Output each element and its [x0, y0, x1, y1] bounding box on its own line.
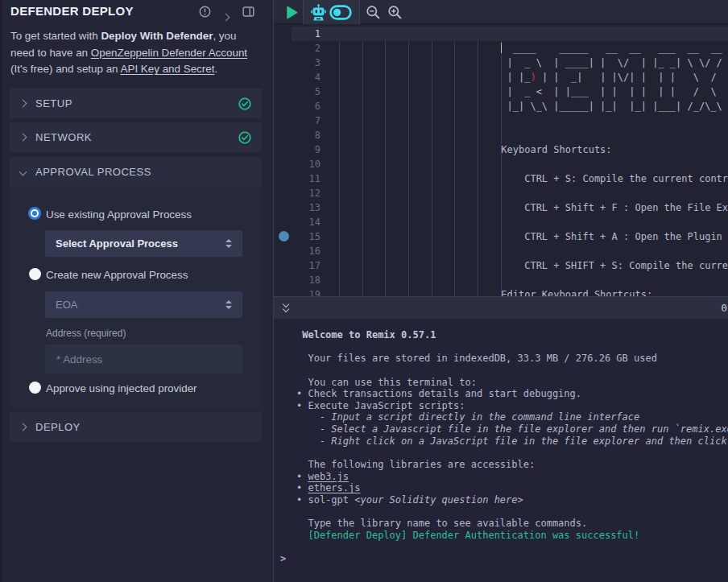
section-approval-process[interactable]: APPROVAL PROCESS — [10, 157, 262, 187]
editor-line-11: CTRL + S: Compile the current contract — [338, 171, 728, 186]
text-segment: Editor Keyboard Shortcuts: — [501, 289, 652, 296]
ethersjs-link[interactable]: ethers.js — [308, 482, 360, 493]
text-segment: CTRL + Shift + F : Open the File Explore… — [524, 202, 728, 213]
text-cursor — [501, 43, 503, 53]
openzeppelin-account-link[interactable]: OpenZeppelin Defender Account — [91, 47, 247, 59]
section-setup[interactable]: SETUP — [10, 89, 262, 118]
collapse-terminal-icon[interactable] — [282, 302, 293, 315]
zoom-out-icon[interactable] — [366, 0, 381, 24]
text-segment: Welcome to Remix 0.57.1 — [296, 329, 436, 341]
chevron-down-icon — [19, 168, 27, 176]
line-number: 14 — [274, 215, 321, 229]
indentation — [338, 43, 501, 54]
remix-ai-robot-icon[interactable] — [311, 0, 326, 24]
select-arrows-icon — [225, 300, 232, 309]
indentation — [338, 173, 524, 184]
indentation — [338, 202, 524, 213]
line-number: 10 — [274, 157, 321, 171]
editor-line-17: CTRL + SHIFT + S: Compile the current co… — [338, 258, 728, 273]
line-number: 9 — [274, 142, 321, 157]
section-approval-label: APPROVAL PROCESS — [35, 166, 151, 178]
terminal-line: - Right click on a JavaScript file in th… — [296, 435, 728, 448]
report-issue-icon[interactable] — [199, 6, 211, 21]
terminal-line: - Select a Javascript file in the file e… — [296, 423, 728, 435]
approval-type-select[interactable]: EOA — [45, 291, 242, 318]
indentation — [338, 57, 501, 68]
line-number: 11 — [274, 171, 321, 186]
indentation — [338, 231, 524, 242]
collapse-panel-icon[interactable] — [223, 9, 229, 23]
terminal-line: Your files are stored in indexedDB, 33.3… — [296, 353, 728, 365]
terminal-line — [296, 341, 728, 353]
editor-line-19: Editor Keyboard Shortcuts: — [338, 287, 728, 296]
terminal-line: You can use this terminal to: — [296, 377, 728, 389]
api-key-link[interactable]: API Key and Secret — [121, 63, 215, 75]
text-segment: . — [214, 63, 217, 75]
editor-line-6: |_| \_\ |_____| |_| |_| |___| /_/\_\ — [338, 99, 728, 114]
split-view-icon[interactable] — [242, 6, 254, 21]
terminal-listen-count[interactable]: 0 — [721, 302, 727, 314]
chevron-right-icon — [19, 423, 27, 431]
approval-type-select-value: EOA — [56, 299, 77, 311]
text-segment: | |_ — [501, 72, 530, 83]
section-network-label: NETWORK — [35, 131, 92, 143]
line-number: 18 — [274, 273, 321, 287]
toggle-icon[interactable] — [329, 0, 352, 24]
text-segment: |_| \_\ |_____| |_| |_| |___| /_/\_\ — [501, 101, 722, 112]
indentation — [338, 86, 501, 97]
editor-line-9: Keyboard Shortcuts: — [338, 142, 728, 157]
editor-line-14 — [338, 215, 728, 229]
radio-ring — [31, 209, 39, 217]
radio-approve-injected-provider[interactable] — [29, 382, 41, 394]
indentation — [338, 289, 501, 296]
text-segment: • Execute JavaScript scripts: — [296, 400, 465, 411]
terminal-line: - Input a script directly in the command… — [296, 411, 728, 423]
terminal-line — [296, 365, 728, 377]
radio-use-existing-label[interactable]: Use existing Approval Process — [46, 208, 192, 221]
text-segment: • Check transactions details and start d… — [296, 388, 581, 399]
terminal-output[interactable]: Welcome to Remix 0.57.1 Your files are s… — [274, 319, 728, 582]
line-number: 16 — [274, 244, 321, 258]
run-script-icon[interactable] — [286, 0, 298, 24]
text-segment: • — [296, 482, 308, 493]
check-circle-icon — [238, 97, 251, 110]
approval-process-select[interactable]: Select Approval Process — [45, 230, 242, 257]
zoom-in-icon[interactable] — [387, 0, 403, 24]
intro-line: To get started with Deploy With Defender… — [10, 28, 270, 45]
web3js-link[interactable]: web3.js — [308, 471, 349, 482]
text-segment: > — [280, 553, 286, 564]
terminal-line: • web3.js — [296, 471, 728, 483]
radio-dot — [32, 211, 37, 216]
editor-content[interactable]: ____ _____ __ __ ___ __ __ | _ \ | ____|… — [338, 27, 728, 296]
text-segment: • — [296, 471, 308, 482]
editor-line-1 — [338, 27, 728, 41]
indentation — [338, 260, 524, 271]
line-number-gutter[interactable]: 12345678910111213141516171819 — [274, 27, 321, 296]
section-deploy[interactable]: DEPLOY — [10, 412, 262, 442]
terminal-line: • sol-gpt <your Solidity question here> — [296, 494, 728, 506]
section-network[interactable]: NETWORK — [10, 122, 262, 152]
defender-deploy-panel: DEFENDER DEPLOY To get started with Depl… — [0, 0, 274, 582]
terminal-line: > — [280, 553, 728, 565]
radio-create-new-approval[interactable] — [29, 268, 41, 280]
breakpoint-icon[interactable] — [279, 231, 289, 241]
address-input[interactable] — [45, 345, 242, 374]
text-segment: The following libraries are accessible: — [296, 459, 535, 470]
text-segment: CTRL + SHIFT + S: Compile the current co… — [524, 260, 728, 271]
radio-use-existing-approval[interactable] — [28, 207, 41, 220]
terminal-line: • Check transactions details and start d… — [296, 388, 728, 400]
intro-line: (It's free) and setup an API Key and Sec… — [10, 61, 270, 78]
code-editor[interactable]: 12345678910111213141516171819 ____ _____… — [274, 24, 728, 296]
intro-text: To get started with Deploy With Defender… — [10, 28, 270, 78]
radio-approve-injected-label[interactable]: Approve using injected provider — [46, 382, 197, 394]
text-segment: CTRL + Shift + A : Open the Plugin Manag… — [524, 231, 728, 242]
editor-line-12 — [338, 186, 728, 200]
text-segment: - Right click on a JavaScript file in th… — [296, 435, 728, 447]
terminal-header: 0 — [274, 296, 728, 319]
terminal-line — [296, 506, 728, 518]
text-segment: To get started with — [10, 30, 101, 42]
text-segment: CTRL + S: Compile the current contract — [524, 173, 728, 184]
line-number: 19 — [274, 287, 321, 296]
line-number: 1 — [274, 27, 321, 41]
radio-create-new-label[interactable]: Create new Approval Process — [46, 269, 188, 281]
